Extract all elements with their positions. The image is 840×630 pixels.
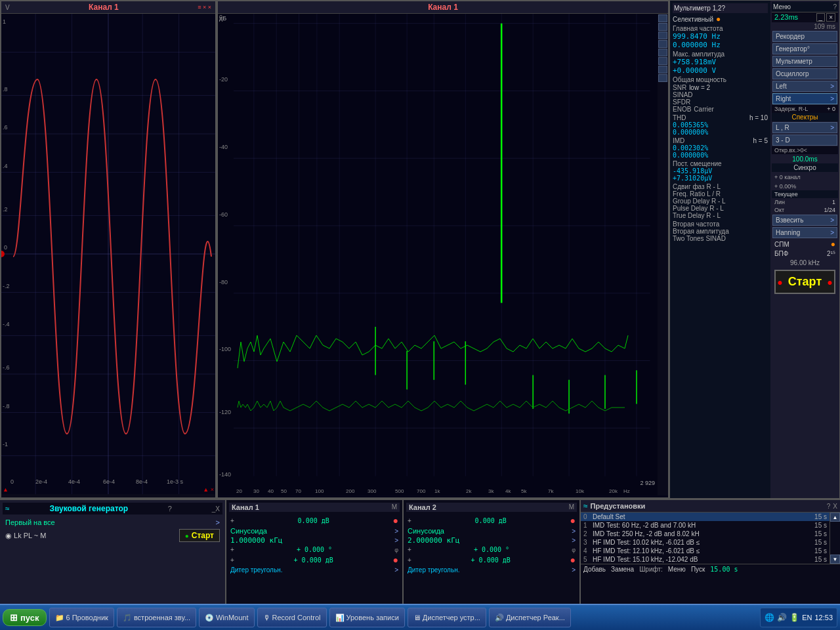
taskbar-btn-level[interactable]: 📊 Уровень записи xyxy=(329,608,405,627)
ch2-waveform-row[interactable]: Синусоида > xyxy=(406,526,577,536)
presets-question[interactable]: ? xyxy=(827,503,831,510)
scroll-btn-8[interactable] xyxy=(658,74,667,82)
weigh-btn[interactable]: Взвесить > xyxy=(772,215,837,226)
ch2-freq-row[interactable]: 2.000000 кГц > xyxy=(406,536,577,545)
time-value-presets: 15.00 s xyxy=(710,566,738,573)
scroll-btn-1[interactable] xyxy=(658,14,667,22)
recorder-btn[interactable]: Рекордер xyxy=(772,31,837,42)
x-hz-100: 100 xyxy=(315,488,324,494)
start-dot-right: ● xyxy=(827,277,832,287)
ch2-dither-row[interactable]: Дитер треугольн. > xyxy=(406,566,577,574)
preset-row-4[interactable]: 4 HF IMD Test: 12.10 kHz, -6.021 dB ≤ 15… xyxy=(581,547,830,555)
scroll-btn-6[interactable] xyxy=(658,57,667,65)
ctrl-question[interactable]: ? xyxy=(833,3,837,10)
gen-start-dot: ● xyxy=(185,532,189,539)
time-ms: 100.0ms xyxy=(792,156,817,163)
gen-question[interactable]: ? xyxy=(168,505,172,513)
imd-val2: 0.000000% xyxy=(673,152,768,159)
start-label-presets[interactable]: Пуск xyxy=(691,566,705,573)
start-button-taskbar[interactable]: ⊞ пуск xyxy=(3,609,47,626)
scroll-btn-4[interactable] xyxy=(658,40,667,48)
ctrl-menu-label[interactable]: Меню xyxy=(773,3,791,10)
ch1-dither: Дитер треугольн. xyxy=(230,566,282,574)
preset-row-0[interactable]: 0 Default Set 15 s xyxy=(581,513,830,521)
bpf-value: 2¹⁵ xyxy=(827,250,835,257)
ch1-db-val: 0.000 дВ xyxy=(298,517,329,524)
preset-row-5[interactable]: 5 HF IMD Test: 15.10 kHz, -12.042 dB 15 … xyxy=(581,555,830,564)
osc-y-label: V xyxy=(5,4,10,11)
ch1-dot: ● xyxy=(393,515,398,526)
right-btn[interactable]: Right > xyxy=(772,93,837,104)
scroll-thumb[interactable] xyxy=(830,522,840,555)
left-btn[interactable]: Left > xyxy=(772,81,837,92)
freq1-value: 999.8470 Hz xyxy=(673,32,768,41)
taskbar-btn-sound[interactable]: 🎵 встроенная зву... xyxy=(117,608,196,627)
sync-label: Синхро xyxy=(772,163,838,172)
scroll-btn-7[interactable] xyxy=(658,66,667,74)
taskbar-btn-winmount[interactable]: 💿 WinMount xyxy=(199,608,255,627)
ch1-waveform-row[interactable]: Синусоида > xyxy=(229,526,400,536)
ch2-phase: + 0.000 ° xyxy=(474,546,509,553)
minimize-btn[interactable]: _ xyxy=(816,13,826,22)
x-hz-500: 500 xyxy=(395,488,404,494)
scroll-btn-2[interactable] xyxy=(658,23,667,31)
x-label-8e4: 8e-4 xyxy=(136,478,148,485)
main-freq-label: Главная частота xyxy=(673,25,768,32)
spectrum-header: Канал 1 xyxy=(218,1,668,14)
x-hz-70: 70 xyxy=(295,488,301,494)
thd-val1: 0.005365% xyxy=(673,121,768,129)
close-btn[interactable]: × xyxy=(826,13,835,22)
osc-panel: V Канал 1 ≡ × × xyxy=(0,0,217,499)
x-hz-7k: 7k xyxy=(548,488,553,494)
delay-value: + 0 xyxy=(827,106,835,112)
level-icon: 📊 xyxy=(335,614,345,622)
start-button[interactable]: ● Старт ● xyxy=(774,270,835,294)
presets-close[interactable]: X xyxy=(833,503,837,510)
oct-label: Окт xyxy=(774,207,784,213)
x-hz-40: 40 xyxy=(268,488,274,494)
ch1-freq-row[interactable]: 1.000000 кГц > xyxy=(229,536,400,545)
scroll-up-btn[interactable]: ▲ xyxy=(830,513,840,522)
osc-corner-br: ▲ × xyxy=(203,486,214,493)
scroll-down-btn[interactable]: ▼ xyxy=(830,555,840,564)
start-text: пуск xyxy=(20,613,39,623)
three-d-btn[interactable]: 3 - D xyxy=(772,135,837,146)
scroll-btn-5[interactable] xyxy=(658,49,667,56)
lr-btn[interactable]: L , R > xyxy=(772,122,837,133)
preset-row-1[interactable]: 1 IMD Test: 60 Hz, -2 dB and 7.00 kH 15 … xyxy=(581,521,830,530)
oscillograph-btn[interactable]: Осциллогр xyxy=(772,68,837,79)
y-db-100: -100 xyxy=(219,346,231,352)
preset-row-2[interactable]: 2 IMD Test: 250 Hz, -2 dB and 8.02 kH 15… xyxy=(581,530,830,538)
presets-header: ≈ Предустановки ? X xyxy=(581,500,840,513)
y-label-8: .8 xyxy=(3,86,8,93)
gen-start-btn[interactable]: ● Старт xyxy=(179,529,220,542)
preset-row-3[interactable]: 3 HF IMD Test: 10.02 kHz, -6.021 dB ≤ 15… xyxy=(581,538,830,547)
gen-first-all[interactable]: Первый на все > xyxy=(3,517,222,528)
taskbar-btn-realtek[interactable]: 🔊 Диспетчер Реак... xyxy=(489,608,571,627)
x-hz-4k: 4k xyxy=(505,488,511,494)
ch1-phase-row: + + 0.000 ° φ xyxy=(229,545,400,554)
multimeter-btn[interactable]: Мультиметр xyxy=(772,56,837,67)
lang-indicator: EN xyxy=(802,614,812,621)
windows-icon: ⊞ xyxy=(10,612,18,623)
gen-wave-icon: ≈ xyxy=(5,504,10,513)
osc-controls[interactable]: ≡ × × xyxy=(198,4,211,10)
taskbar-btn-record[interactable]: 🎙 Record Control xyxy=(257,608,327,627)
spectra-label: Спектры xyxy=(772,113,838,121)
ch2-title: Канал 2 xyxy=(409,503,436,511)
presets-scrollbar[interactable]: ▲ ▼ xyxy=(830,513,840,564)
presets-panel: ≈ Предустановки ? X 0 Default Set 15 s xyxy=(581,500,840,604)
gen-close[interactable]: _X xyxy=(212,505,220,513)
ch1-dither-row[interactable]: Дитер треугольн. > xyxy=(229,566,400,574)
ch1-plus3: + xyxy=(230,556,234,564)
taskbar-btn-explorer[interactable]: 📁 6 Проводник xyxy=(49,608,114,627)
thd-h: h = 10 xyxy=(749,114,768,121)
scroll-btn-3[interactable] xyxy=(658,32,667,39)
generator-btn[interactable]: Генератор° xyxy=(772,43,837,54)
hanning-btn[interactable]: Hanning > xyxy=(772,227,837,238)
svg-point-16 xyxy=(1,251,5,257)
replace-label[interactable]: Замена xyxy=(611,566,634,573)
menu-label[interactable]: Меню xyxy=(668,566,686,573)
add-label[interactable]: Добавь xyxy=(583,566,606,573)
taskbar-btn-device[interactable]: 🖥 Диспетчер устр... xyxy=(408,608,486,627)
